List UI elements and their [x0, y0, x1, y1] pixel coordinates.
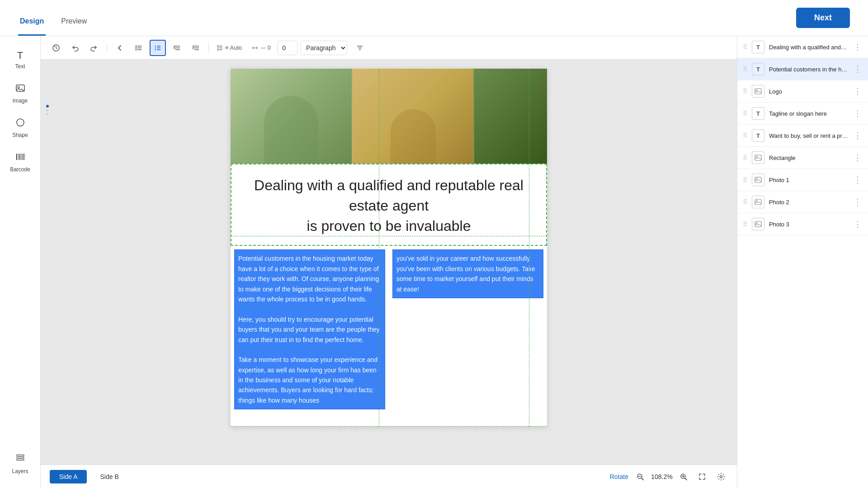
svg-point-48: [756, 156, 758, 158]
bottom-bar: Side A Side B Rotate 108.2%: [41, 465, 737, 488]
tool-barcode[interactable]: Barcode: [5, 147, 36, 177]
layer-item-logo[interactable]: ⠿ Logo ⋮: [737, 80, 868, 103]
scroll-dot-1: [46, 109, 48, 111]
tool-text[interactable]: T Text: [5, 45, 36, 74]
layer-type-icon-logo: [752, 85, 764, 98]
layer-item-photo1[interactable]: ⠿ Photo 1 ⋮: [737, 169, 868, 191]
svg-point-44: [720, 475, 722, 478]
paragraph-style-select[interactable]: Paragraph: [300, 41, 347, 55]
prev-page-button[interactable]: [112, 40, 128, 56]
layer-more-photo3[interactable]: ⋮: [853, 219, 863, 229]
tool-shape[interactable]: Shape: [5, 113, 36, 143]
svg-point-13: [136, 45, 137, 47]
drag-handle-photo3: ⠿: [743, 221, 747, 228]
svg-point-17: [136, 49, 137, 50]
svg-rect-7: [23, 154, 24, 160]
main-layout: T Text Image Shape: [0, 36, 868, 488]
svg-line-41: [685, 478, 687, 480]
settings-button[interactable]: [714, 470, 728, 483]
toolbar-divider-1: [107, 42, 107, 53]
h-guide-top: [231, 164, 547, 164]
tab-design[interactable]: Design: [18, 0, 46, 36]
drag-handle-rectangle: ⠿: [743, 154, 747, 161]
side-b-tab[interactable]: Side B: [90, 470, 128, 483]
svg-rect-8: [24, 154, 25, 160]
svg-rect-49: [755, 177, 761, 183]
redo-button[interactable]: [86, 40, 102, 56]
layer-more-potential[interactable]: ⋮: [853, 64, 863, 74]
svg-line-38: [642, 478, 643, 480]
layer-item-tagline[interactable]: ⠿ T Tagline or slogan here ⋮: [737, 103, 868, 125]
body-right-content: you've sold in your career and how succe…: [396, 255, 535, 292]
next-button[interactable]: Next: [796, 8, 850, 28]
layer-more-logo[interactable]: ⋮: [853, 86, 863, 96]
layer-name-potential: Potential customers in the housing ...: [769, 66, 848, 73]
layers-icon: [15, 454, 25, 466]
numbered-list-button[interactable]: 1 2 3: [150, 40, 166, 56]
photo-segment-2: [353, 69, 474, 164]
body-text-right[interactable]: you've sold in your career and how succe…: [392, 249, 543, 298]
svg-rect-3: [16, 154, 17, 160]
layer-more-want[interactable]: ⋮: [853, 131, 863, 141]
header: Design Preview Next: [0, 0, 868, 36]
rotate-button[interactable]: Rotate: [610, 473, 628, 480]
layer-item-photo2[interactable]: ⠿ Photo 2 ⋮: [737, 191, 868, 213]
body-col-left: Potential customers in the housing marke…: [231, 246, 389, 413]
line-spacing-button[interactable]: ≡ Auto: [213, 40, 245, 56]
fullscreen-button[interactable]: [695, 470, 709, 483]
line-spacing-label: ≡ Auto: [225, 44, 242, 51]
layer-name-rectangle: Rectangle: [769, 155, 848, 161]
layer-name-photo3: Photo 3: [769, 221, 848, 228]
layer-name-tagline: Tagline or slogan here: [769, 110, 848, 117]
char-spacing-value: ↔ 0: [260, 44, 271, 51]
layer-item-heading[interactable]: ⠿ T Dealing with a qualified and reputab…: [737, 36, 868, 58]
layer-more-heading[interactable]: ⋮: [853, 42, 863, 52]
layer-more-photo1[interactable]: ⋮: [853, 175, 863, 185]
tool-image[interactable]: Image: [5, 79, 36, 108]
layer-item-rectangle[interactable]: ⠿ Rectangle ⋮: [737, 147, 868, 169]
decrease-indent-button[interactable]: [169, 40, 185, 56]
spacing-input[interactable]: [277, 41, 297, 55]
undo-button[interactable]: [67, 40, 83, 56]
layer-type-icon-rectangle: [752, 151, 764, 164]
drag-handle-want: ⠿: [743, 132, 747, 139]
layer-type-icon-tagline: T: [752, 107, 764, 120]
body-text-left[interactable]: Potential customers in the housing marke…: [234, 249, 385, 409]
layer-more-photo2[interactable]: ⋮: [853, 197, 863, 207]
zoom-controls: 108.2%: [634, 470, 690, 483]
layer-name-want: Want to buy, sell or rent a property?: [769, 132, 848, 139]
layer-name-photo1: Photo 1: [769, 177, 848, 183]
bullet-list-button[interactable]: [131, 40, 147, 56]
text-label: Text: [15, 63, 25, 70]
layer-more-rectangle[interactable]: ⋮: [853, 153, 863, 163]
canvas-heading[interactable]: Dealing with a qualified and reputable r…: [231, 164, 547, 246]
svg-point-1: [18, 86, 19, 88]
svg-rect-4: [18, 154, 19, 160]
tool-layers[interactable]: Layers: [5, 449, 36, 479]
canvas: Dealing with a qualified and reputable r…: [231, 69, 547, 427]
filter-button[interactable]: [352, 40, 368, 56]
layer-type-icon-potential: T: [752, 63, 764, 75]
scroll-dot-active: [46, 105, 49, 108]
side-a-tab[interactable]: Side A: [50, 470, 87, 483]
layer-item-want[interactable]: ⠿ T Want to buy, sell or rent a property…: [737, 125, 868, 147]
layer-more-tagline[interactable]: ⋮: [853, 108, 863, 118]
zoom-in-button[interactable]: [677, 470, 690, 483]
zoom-out-button[interactable]: [634, 470, 646, 483]
photo-segment-3: [474, 69, 547, 164]
drag-handle-tagline: ⠿: [743, 110, 747, 117]
layer-name-logo: Logo: [769, 88, 848, 95]
svg-point-15: [136, 47, 137, 48]
canvas-body: Potential customers in the housing marke…: [231, 246, 547, 427]
char-spacing-button[interactable]: ↔ 0: [248, 40, 274, 56]
toolbar: 1 2 3: [41, 36, 737, 60]
layer-item-photo3[interactable]: ⠿ Photo 3 ⋮: [737, 213, 868, 235]
tab-preview[interactable]: Preview: [59, 0, 89, 36]
svg-rect-47: [755, 155, 761, 160]
undo-history-button[interactable]: [48, 40, 64, 56]
h-guide-body-top: [231, 236, 547, 236]
increase-indent-button[interactable]: [188, 40, 204, 56]
svg-point-54: [756, 223, 758, 224]
svg-text:3: 3: [155, 48, 156, 51]
layer-item-potential[interactable]: ⠿ T Potential customers in the housing .…: [737, 58, 868, 80]
